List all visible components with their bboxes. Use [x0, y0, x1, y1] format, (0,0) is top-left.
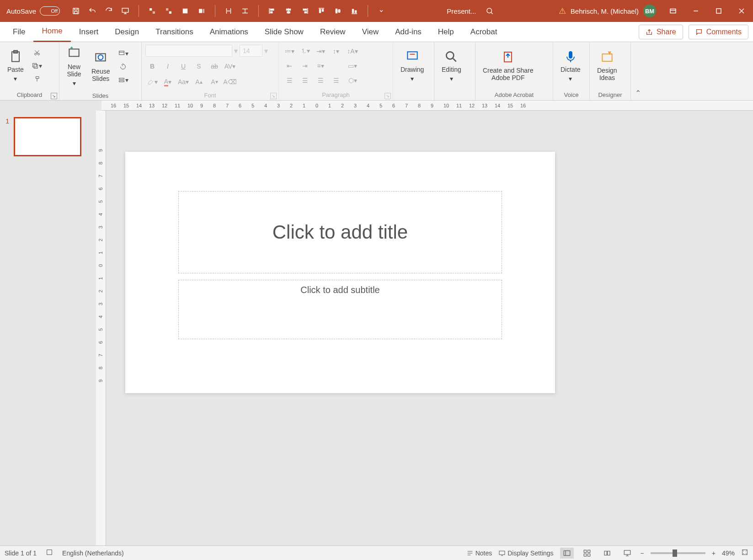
font-name-input[interactable] [145, 45, 232, 57]
qat-icon-6[interactable] [239, 5, 251, 17]
align-text-v-icon[interactable]: ▭▾ [346, 60, 359, 72]
qat-more-icon[interactable] [375, 5, 387, 17]
accessibility-icon[interactable] [46, 549, 53, 557]
editing-button[interactable]: Editing▾ [438, 48, 465, 84]
zoom-out-icon[interactable]: − [641, 549, 644, 557]
qat-icon-4[interactable] [196, 5, 208, 17]
align-right-icon[interactable] [299, 5, 311, 17]
char-spacing-icon[interactable]: AV▾ [223, 60, 237, 72]
tab-transitions[interactable]: Transitions [147, 22, 202, 42]
maximize-button[interactable] [707, 0, 730, 22]
autosave-toggle[interactable]: AutoSave Off [0, 6, 66, 16]
tab-help[interactable]: Help [430, 22, 462, 42]
zoom-slider-thumb[interactable] [673, 549, 677, 557]
zoom-in-icon[interactable]: + [712, 549, 716, 557]
text-direction-icon[interactable]: ↕A▾ [346, 45, 359, 57]
save-icon[interactable] [70, 5, 82, 17]
tab-review[interactable]: Review [312, 22, 354, 42]
tab-animations[interactable]: Animations [202, 22, 256, 42]
zoom-level[interactable]: 49% [722, 549, 735, 557]
qat-icon-5[interactable] [223, 5, 235, 17]
slide-count[interactable]: Slide 1 of 1 [5, 549, 37, 557]
strikethrough-icon[interactable]: ab [208, 60, 221, 72]
tab-file[interactable]: File [5, 22, 33, 42]
language-status[interactable]: English (Netherlands) [62, 549, 124, 557]
ribbon-display-icon[interactable] [662, 0, 684, 22]
tab-design[interactable]: Design [107, 22, 147, 42]
bold-icon[interactable]: B [145, 60, 159, 72]
copy-icon[interactable]: ▾ [30, 60, 44, 72]
format-painter-icon[interactable] [30, 73, 44, 85]
highlight-icon[interactable]: ▾ [145, 76, 159, 88]
clipboard-launcher[interactable]: ↘ [51, 93, 57, 99]
paragraph-launcher[interactable]: ↘ [385, 93, 391, 99]
user-account[interactable]: ⚠ Behrisch, M. (Michael) BM [553, 5, 662, 17]
reuse-slides-button[interactable]: Reuse Slides [88, 49, 113, 84]
cut-icon[interactable] [30, 47, 44, 59]
increase-font-icon[interactable]: A▴ [192, 76, 206, 88]
layout-icon[interactable]: ▾ [116, 48, 130, 59]
align-top-icon[interactable] [315, 5, 327, 17]
numbering-icon[interactable]: ⒈▾ [298, 45, 312, 57]
reset-icon[interactable] [116, 61, 130, 73]
align-right-text-icon[interactable]: ☰ [314, 75, 327, 86]
subtitle-placeholder[interactable]: Click to add subtitle [178, 280, 502, 339]
design-ideas-button[interactable]: Design Ideas [593, 48, 621, 83]
clear-format-icon[interactable]: A⌫ [223, 76, 237, 88]
font-color-icon[interactable]: A▾ [161, 76, 175, 88]
section-icon[interactable]: ▾ [116, 74, 130, 86]
increase-indent-icon[interactable]: ⇥ [298, 60, 312, 72]
align-bottom-icon[interactable] [348, 5, 360, 17]
tab-home[interactable]: Home [33, 22, 70, 42]
present-icon[interactable] [119, 5, 131, 17]
align-left-text-icon[interactable]: ☰ [283, 75, 296, 86]
line-spacing-icon[interactable]: ↕▾ [329, 45, 343, 57]
tab-slideshow[interactable]: Slide Show [256, 22, 312, 42]
notes-button[interactable]: Notes [466, 549, 492, 557]
new-slide-button[interactable]: New Slide▾ [63, 45, 85, 89]
reading-view-icon[interactable] [600, 548, 614, 559]
decrease-font-icon[interactable]: A▾ [208, 76, 221, 88]
share-button[interactable]: Share [639, 25, 683, 39]
qat-icon-1[interactable] [146, 5, 158, 17]
shadow-icon[interactable]: S [192, 60, 206, 72]
search-icon[interactable] [484, 5, 496, 17]
decrease-indent-icon[interactable]: ⇤ [283, 60, 296, 72]
italic-icon[interactable]: I [161, 60, 175, 72]
drawing-button[interactable]: Drawing▾ [397, 48, 427, 84]
paste-button[interactable]: Paste ▾ [4, 48, 27, 84]
tab-addins[interactable]: Add-ins [387, 22, 430, 42]
minimize-button[interactable] [684, 0, 707, 22]
normal-view-icon[interactable] [560, 548, 574, 559]
tab-insert[interactable]: Insert [71, 22, 107, 42]
bullets-icon[interactable]: ≔▾ [283, 45, 296, 57]
comments-button[interactable]: Comments [689, 25, 748, 39]
title-placeholder[interactable]: Click to add title [178, 191, 502, 273]
slideshow-view-icon[interactable] [620, 548, 634, 559]
slide-thumbnail[interactable] [14, 117, 81, 156]
display-settings-button[interactable]: Display Settings [498, 549, 553, 557]
align-center-h-icon[interactable] [283, 5, 294, 17]
qat-icon-2[interactable] [163, 5, 175, 17]
align-left-icon[interactable] [266, 5, 278, 17]
justify-icon[interactable]: ☰ [329, 75, 343, 86]
slide-canvas-area[interactable]: Click to add title Click to add subtitle [106, 111, 753, 545]
align-text-icon[interactable]: ≡▾ [314, 60, 327, 72]
create-pdf-button[interactable]: Create and Share Adobe PDF [479, 48, 537, 83]
font-launcher[interactable]: ↘ [270, 93, 277, 99]
font-size-input[interactable]: 14 [240, 45, 262, 57]
zoom-slider[interactable] [651, 552, 705, 554]
smartart-icon[interactable]: ⬡▾ [346, 75, 359, 86]
redo-icon[interactable] [103, 5, 115, 17]
align-middle-icon[interactable] [332, 5, 344, 17]
sorter-view-icon[interactable] [580, 548, 594, 559]
dictate-button[interactable]: Dictate▾ [557, 48, 584, 84]
close-button[interactable] [730, 0, 753, 22]
collapse-ribbon-icon[interactable]: ⌃ [631, 42, 645, 100]
fit-to-window-icon[interactable] [741, 549, 748, 557]
tab-acrobat[interactable]: Acrobat [462, 22, 506, 42]
autosave-switch[interactable]: Off [40, 6, 60, 16]
thumbnail-item[interactable]: 1 [5, 117, 91, 156]
align-center-text-icon[interactable]: ☰ [298, 75, 312, 86]
undo-icon[interactable] [86, 5, 98, 17]
